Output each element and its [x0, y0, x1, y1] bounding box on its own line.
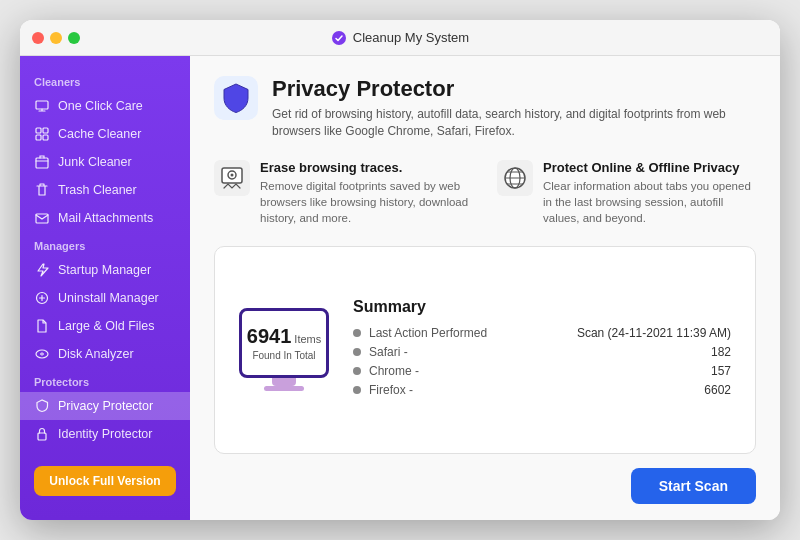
summary-label-last-action: Last Action Performed [369, 326, 569, 340]
summary-dot [353, 329, 361, 337]
sidebar-item-cache-cleaner[interactable]: Cache Cleaner [20, 120, 190, 148]
sidebar-item-uninstall-manager[interactable]: Uninstall Manager [20, 284, 190, 312]
trash-icon [34, 182, 50, 198]
sidebar-item-label: Uninstall Manager [58, 291, 159, 305]
svg-rect-2 [36, 128, 41, 133]
summary-dot [353, 348, 361, 356]
monitor-base [264, 386, 304, 391]
cleaners-section-label: Cleaners [20, 68, 190, 92]
panel-description: Get rid of browsing history, autofill da… [272, 106, 756, 140]
sidebar-item-identity-protector[interactable]: Identity Protector [20, 420, 190, 448]
summary-title: Summary [353, 298, 731, 316]
feature-title-erase: Erase browsing traces. [260, 160, 473, 175]
monitor-stand [272, 378, 296, 386]
sidebar: Cleaners One Click Care Cache Cleaner [20, 56, 190, 520]
summary-value-last-action: Scan (24-11-2021 11:39 AM) [577, 326, 731, 340]
sidebar-item-junk-cleaner[interactable]: Junk Cleaner [20, 148, 190, 176]
sidebar-item-one-click-care[interactable]: One Click Care [20, 92, 190, 120]
sidebar-item-disk-analyzer[interactable]: Disk Analyzer [20, 340, 190, 368]
feature-text-erase: Erase browsing traces. Remove digital fo… [260, 160, 473, 226]
sidebar-item-label: Identity Protector [58, 427, 153, 441]
managers-section-label: Managers [20, 232, 190, 256]
summary-value-firefox: 6602 [704, 383, 731, 397]
panel-header-text: Privacy Protector Get rid of browsing hi… [272, 76, 756, 140]
panel-header: Privacy Protector Get rid of browsing hi… [214, 76, 756, 140]
traffic-lights [32, 32, 80, 44]
sidebar-item-trash-cleaner[interactable]: Trash Cleaner [20, 176, 190, 204]
sidebar-item-mail-attachments[interactable]: Mail Attachments [20, 204, 190, 232]
sidebar-item-label: One Click Care [58, 99, 143, 113]
svg-point-9 [36, 350, 48, 358]
feature-card-erase: Erase browsing traces. Remove digital fo… [214, 160, 473, 226]
computer-icon [34, 98, 50, 114]
fullscreen-button[interactable] [68, 32, 80, 44]
protectors-section-label: Protectors [20, 368, 190, 392]
summary-value-safari: 182 [711, 345, 731, 359]
svg-point-0 [332, 31, 346, 45]
main-panel: Privacy Protector Get rid of browsing hi… [190, 56, 780, 520]
summary-label-chrome: Chrome - [369, 364, 703, 378]
erase-traces-icon [214, 160, 250, 196]
sidebar-item-label: Startup Manager [58, 263, 151, 277]
app-title: Cleanup My System [353, 30, 469, 45]
files-icon [34, 318, 50, 334]
svg-rect-11 [38, 433, 46, 440]
panel-footer: Start Scan [214, 468, 756, 504]
svg-point-10 [41, 353, 44, 355]
protect-privacy-icon [497, 160, 533, 196]
grid-icon [34, 126, 50, 142]
summary-dot [353, 367, 361, 375]
monitor-screen: 6941 Items Found In Total [239, 308, 329, 378]
close-button[interactable] [32, 32, 44, 44]
package-icon [34, 154, 50, 170]
feature-desc-privacy: Clear information about tabs you opened … [543, 178, 756, 226]
start-scan-button[interactable]: Start Scan [631, 468, 756, 504]
sidebar-item-label: Cache Cleaner [58, 127, 141, 141]
sidebar-item-startup-manager[interactable]: Startup Manager [20, 256, 190, 284]
summary-row-safari: Safari - 182 [353, 345, 731, 359]
feature-card-privacy: Protect Online & Offline Privacy Clear i… [497, 160, 756, 226]
svg-rect-4 [36, 135, 41, 140]
svg-rect-1 [36, 101, 48, 109]
summary-card: 6941 Items Found In Total Summary Last A… [214, 246, 756, 454]
main-window: Cleanup My System Cleaners One Click Car… [20, 20, 780, 520]
mail-icon [34, 210, 50, 226]
shield-icon [34, 398, 50, 414]
feature-text-privacy: Protect Online & Offline Privacy Clear i… [543, 160, 756, 226]
sidebar-item-label: Privacy Protector [58, 399, 153, 413]
uninstall-icon [34, 290, 50, 306]
lock-icon [34, 426, 50, 442]
svg-rect-6 [36, 158, 48, 168]
sidebar-item-label: Disk Analyzer [58, 347, 134, 361]
sidebar-item-label: Trash Cleaner [58, 183, 137, 197]
sidebar-item-label: Large & Old Files [58, 319, 155, 333]
monitor-found-label: Found In Total [252, 350, 315, 361]
sidebar-item-label: Junk Cleaner [58, 155, 132, 169]
app-icon [331, 30, 347, 46]
sidebar-bottom: Unlock Full Version [20, 454, 190, 508]
svg-point-16 [231, 173, 234, 176]
sidebar-item-large-old-files[interactable]: Large & Old Files [20, 312, 190, 340]
minimize-button[interactable] [50, 32, 62, 44]
main-content: Cleaners One Click Care Cache Cleaner [20, 56, 780, 520]
feature-desc-erase: Remove digital footprints saved by web b… [260, 178, 473, 226]
svg-rect-3 [43, 128, 48, 133]
feature-title-privacy: Protect Online & Offline Privacy [543, 160, 756, 175]
unlock-full-version-button[interactable]: Unlock Full Version [34, 466, 176, 496]
summary-value-chrome: 157 [711, 364, 731, 378]
titlebar-title: Cleanup My System [331, 30, 469, 46]
monitor-visual: 6941 Items Found In Total [239, 308, 329, 391]
summary-label-firefox: Firefox - [369, 383, 696, 397]
summary-info: Summary Last Action Performed Scan (24-1… [353, 298, 731, 402]
summary-label-safari: Safari - [369, 345, 703, 359]
disk-icon [34, 346, 50, 362]
sidebar-item-privacy-protector[interactable]: Privacy Protector [20, 392, 190, 420]
summary-row-chrome: Chrome - 157 [353, 364, 731, 378]
panel-title: Privacy Protector [272, 76, 756, 102]
features-row: Erase browsing traces. Remove digital fo… [214, 160, 756, 226]
svg-rect-5 [43, 135, 48, 140]
summary-row-firefox: Firefox - 6602 [353, 383, 731, 397]
monitor-items-count: 6941 Items [247, 325, 321, 348]
privacy-protector-icon [214, 76, 258, 120]
summary-dot [353, 386, 361, 394]
